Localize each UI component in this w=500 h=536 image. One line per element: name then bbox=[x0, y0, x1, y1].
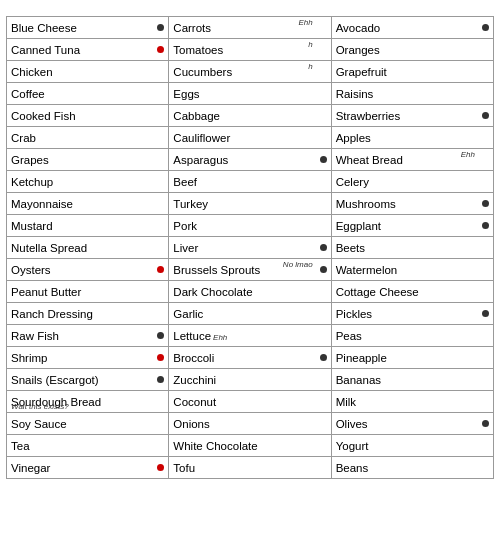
food-item-name: Pork bbox=[173, 220, 326, 232]
food-item-name: Turkey bbox=[173, 198, 326, 210]
page: Blue CheeseEhhCarrotsAvocadoCanned Tunah… bbox=[0, 0, 500, 491]
list-item: Coffee bbox=[7, 83, 169, 105]
food-item-name: Beans bbox=[336, 462, 489, 474]
list-item: Nutella Spread bbox=[7, 237, 169, 259]
list-item: Dark Chocolate bbox=[169, 281, 331, 303]
list-item: Asparagus bbox=[169, 149, 331, 171]
list-item: Cottage Cheese bbox=[332, 281, 494, 303]
selection-dot bbox=[157, 354, 164, 361]
food-item-name: Tea bbox=[11, 440, 164, 452]
selection-dot bbox=[157, 46, 164, 53]
food-item-name: Mushrooms bbox=[336, 198, 479, 210]
food-item-name: Chicken bbox=[11, 66, 164, 78]
list-item: Watermelon bbox=[332, 259, 494, 281]
selection-dot bbox=[482, 420, 489, 427]
food-item-name: Shrimp bbox=[11, 352, 154, 364]
list-item: Olives bbox=[332, 413, 494, 435]
selection-dot bbox=[320, 244, 327, 251]
selection-dot bbox=[157, 376, 164, 383]
list-item: Soy Sauce bbox=[7, 413, 169, 435]
list-item: hCucumbers bbox=[169, 61, 331, 83]
selection-dot bbox=[482, 222, 489, 229]
list-item: Snails (Escargot) bbox=[7, 369, 169, 391]
food-item-name: Blue Cheese bbox=[11, 22, 154, 34]
annotation-inline-label: Ehh bbox=[213, 333, 227, 342]
list-item: Canned Tuna bbox=[7, 39, 169, 61]
selection-dot bbox=[482, 310, 489, 317]
list-item: Vinegar bbox=[7, 457, 169, 479]
list-item: Raisins bbox=[332, 83, 494, 105]
food-item-name: Crab bbox=[11, 132, 164, 144]
food-item-name: Ranch Dressing bbox=[11, 308, 164, 320]
annotation-label: Ehh bbox=[461, 150, 475, 159]
food-item-name: Apples bbox=[336, 132, 489, 144]
food-item-name: Peanut Butter bbox=[11, 286, 164, 298]
food-item-name: Mustard bbox=[11, 220, 164, 232]
list-item: Cooked Fish bbox=[7, 105, 169, 127]
list-item: White Chocolate bbox=[169, 435, 331, 457]
list-item: Turkey bbox=[169, 193, 331, 215]
list-item: Ketchup bbox=[7, 171, 169, 193]
list-item: Strawberries bbox=[332, 105, 494, 127]
food-item-name: Avocado bbox=[336, 22, 479, 34]
annotation-label: No lmao bbox=[283, 260, 313, 269]
list-item: Peas bbox=[332, 325, 494, 347]
food-item-name: Eggs bbox=[173, 88, 326, 100]
food-item-name: Tofu bbox=[173, 462, 326, 474]
list-item: Peanut Butter bbox=[7, 281, 169, 303]
list-item: Broccoli bbox=[169, 347, 331, 369]
food-item-name: Grapes bbox=[11, 154, 164, 166]
list-item: Milk bbox=[332, 391, 494, 413]
annotation-label: h bbox=[308, 62, 312, 71]
food-item-name: Cucumbers bbox=[173, 66, 326, 78]
list-item: Tea bbox=[7, 435, 169, 457]
list-item: Bananas bbox=[332, 369, 494, 391]
list-item: Avocado bbox=[332, 17, 494, 39]
food-item-name: Broccoli bbox=[173, 352, 316, 364]
list-item: Blue Cheese bbox=[7, 17, 169, 39]
list-item: Zucchini bbox=[169, 369, 331, 391]
food-item-name: Soy Sauce bbox=[11, 418, 164, 430]
food-item-name: Beets bbox=[336, 242, 489, 254]
list-item: Apples bbox=[332, 127, 494, 149]
list-item: LettuceEhh bbox=[169, 325, 331, 347]
list-item: Eggplant bbox=[332, 215, 494, 237]
food-item-name: Snails (Escargot) bbox=[11, 374, 154, 386]
selection-dot bbox=[157, 332, 164, 339]
food-item-name: Pineapple bbox=[336, 352, 489, 364]
list-item: Oysters bbox=[7, 259, 169, 281]
food-item-name: Olives bbox=[336, 418, 479, 430]
list-item: Beans bbox=[332, 457, 494, 479]
food-item-name: Peas bbox=[336, 330, 489, 342]
food-item-name: Asparagus bbox=[173, 154, 316, 166]
food-item-name: Dark Chocolate bbox=[173, 286, 326, 298]
food-item-name: LettuceEhh bbox=[173, 330, 326, 342]
annotation-label: Ehh bbox=[298, 18, 312, 27]
list-item: Beef bbox=[169, 171, 331, 193]
food-item-name: Liver bbox=[173, 242, 316, 254]
food-item-name: Coconut bbox=[173, 396, 326, 408]
list-item: Crab bbox=[7, 127, 169, 149]
list-item: No lmaoBrussels Sprouts bbox=[169, 259, 331, 281]
selection-dot bbox=[320, 156, 327, 163]
list-item: Tofu bbox=[169, 457, 331, 479]
list-item: Ranch Dressing bbox=[7, 303, 169, 325]
food-item-name: Watermelon bbox=[336, 264, 489, 276]
list-item: Eggs bbox=[169, 83, 331, 105]
food-item-name: Coffee bbox=[11, 88, 164, 100]
list-item: EhhCarrots bbox=[169, 17, 331, 39]
selection-dot bbox=[157, 464, 164, 471]
food-item-name: Celery bbox=[336, 176, 489, 188]
food-item-name: Zucchini bbox=[173, 374, 326, 386]
list-item: Mushrooms bbox=[332, 193, 494, 215]
list-item: Shrimp bbox=[7, 347, 169, 369]
food-item-name: Raisins bbox=[336, 88, 489, 100]
food-item-name: Milk bbox=[336, 396, 489, 408]
list-item: EhhWheat Bread bbox=[332, 149, 494, 171]
list-item: Pickles bbox=[332, 303, 494, 325]
food-item-name: Canned Tuna bbox=[11, 44, 154, 56]
selection-dot bbox=[482, 24, 489, 31]
list-item: Cabbage bbox=[169, 105, 331, 127]
food-item-name: Oranges bbox=[336, 44, 489, 56]
annotation-label: h bbox=[308, 40, 312, 49]
